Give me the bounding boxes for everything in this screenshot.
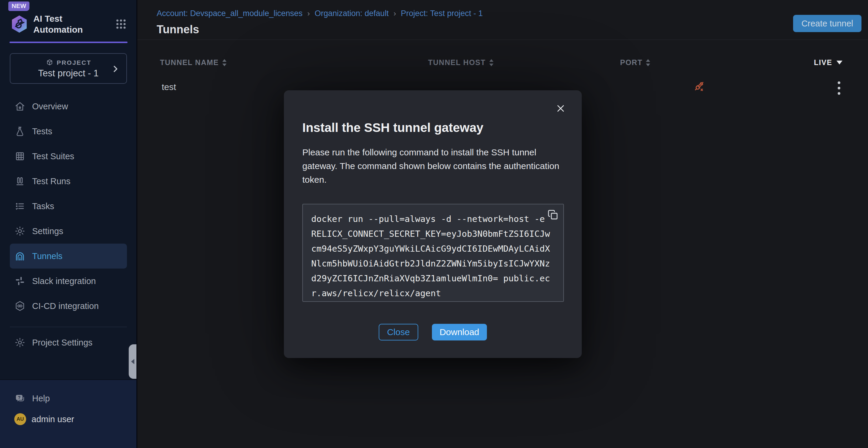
sidebar-item-slack-integration[interactable]: Slack integration <box>10 268 127 293</box>
modal-actions: Close Download <box>284 324 582 341</box>
sidebar-item-help[interactable]: ? Help <box>10 388 127 409</box>
copy-icon[interactable] <box>547 209 559 221</box>
help-icon: ? <box>14 393 26 404</box>
brand-underline <box>9 41 127 43</box>
breadcrumb-separator: › <box>394 9 396 18</box>
command-line: RELICX_CONNECT_SECRET_KEY=eyJob3N0bmFtZS… <box>311 226 555 241</box>
app-screen: NEW AI Test Automation <box>0 0 868 448</box>
install-ssh-gateway-modal: Install the SSH tunnel gateway Please ru… <box>284 90 582 358</box>
project-name: Test project - 1 <box>10 68 126 79</box>
command-line: Nlcm5hbWUiOiAidGtrb2JldnZ2ZWNiYm5ibyIsIC… <box>311 256 555 271</box>
download-button[interactable]: Download <box>432 324 487 341</box>
gear-icon <box>14 337 26 348</box>
column-header-tunnel-name[interactable]: TUNNEL NAME <box>160 58 226 67</box>
sidebar-collapse-handle[interactable] <box>129 344 136 379</box>
row-actions-menu[interactable] <box>832 79 845 97</box>
project-label: PROJECT <box>57 59 92 66</box>
sidebar-item-overview[interactable]: Overview <box>10 94 127 119</box>
sidebar-item-test-runs[interactable]: Test Runs <box>10 169 127 194</box>
app-logo-icon <box>11 15 28 33</box>
user-menu[interactable]: AU admin user <box>14 413 127 425</box>
apps-grid-icon[interactable] <box>114 17 128 31</box>
sort-icons <box>489 59 493 66</box>
breadcrumb-separator: › <box>307 9 310 18</box>
new-badge: NEW <box>8 1 29 11</box>
avatar: AU <box>14 413 26 425</box>
column-header-live[interactable]: LIVE <box>814 58 842 67</box>
breadcrumb: Account: Devspace_all_module_licenses › … <box>157 9 483 18</box>
sidebar: NEW AI Test Automation <box>0 0 137 448</box>
sort-icons <box>646 59 650 66</box>
user-name: admin user <box>32 414 74 424</box>
page-title: Tunnels <box>157 23 199 36</box>
modal-description: Please run the following command to inst… <box>302 146 564 187</box>
sidebar-item-project-settings[interactable]: Project Settings <box>10 330 127 355</box>
page-header: Account: Devspace_all_module_licenses › … <box>137 0 868 40</box>
sidebar-footer: ? Help AU admin user <box>0 379 136 448</box>
column-header-tunnel-host[interactable]: TUNNEL HOST <box>428 58 493 67</box>
grid-icon <box>14 151 26 162</box>
sidebar-item-tunnels[interactable]: Tunnels <box>10 244 127 268</box>
sidebar-nav-secondary: Project Settings <box>0 330 136 355</box>
modal-close-button[interactable]: Close <box>379 324 418 341</box>
command-line: docker run --pull=always -d --network=ho… <box>311 212 555 226</box>
home-icon <box>14 101 26 112</box>
slack-icon <box>14 276 26 287</box>
sidebar-item-tasks[interactable]: Tasks <box>10 194 127 219</box>
sort-icons <box>222 59 226 66</box>
task-list-icon <box>14 200 26 212</box>
chevron-right-icon <box>111 64 120 73</box>
close-icon[interactable] <box>555 103 566 114</box>
sidebar-item-settings[interactable]: Settings <box>10 219 127 244</box>
flask-icon <box>14 126 26 137</box>
create-tunnel-button[interactable]: Create tunnel <box>793 15 862 32</box>
sidebar-item-tests[interactable]: Tests <box>10 119 127 144</box>
gear-icon <box>14 225 26 237</box>
breadcrumb-organization-link[interactable]: Organization: default <box>314 9 389 18</box>
tunnel-icon <box>14 250 26 262</box>
column-header-port[interactable]: PORT <box>620 58 650 67</box>
command-line: d29yZCI6ICJnZnRiaXVqb3Z1amlueWlmIn0= pub… <box>311 271 555 286</box>
table-header: TUNNEL NAME TUNNEL HOST PORT LIVE <box>137 40 868 75</box>
collapse-arrow-icon <box>131 359 134 364</box>
app-title: AI Test Automation <box>33 13 90 35</box>
command-line: cm94eS5yZWxpY3guYWkiLCAicG9ydCI6IDEwMDAy… <box>311 241 555 256</box>
svg-text:?: ? <box>18 395 21 400</box>
breadcrumb-account-link[interactable]: Account: Devspace_all_module_licenses <box>157 9 303 18</box>
sidebar-divider <box>10 327 127 327</box>
sort-desc-icon <box>836 61 842 64</box>
command-code-block: docker run --pull=always -d --network=ho… <box>302 204 564 302</box>
project-selector[interactable]: PROJECT Test project - 1 <box>10 53 127 84</box>
command-line: r.aws/relicx/relicx/agent <box>311 286 555 301</box>
sidebar-item-cicd-integration[interactable]: CI-CD integration <box>10 293 127 318</box>
breadcrumb-project-link[interactable]: Project: Test project - 1 <box>401 9 483 18</box>
tunnel-name-cell: test <box>162 82 176 92</box>
main-content: Account: Devspace_all_module_licenses › … <box>137 0 868 448</box>
test-tubes-icon <box>14 175 26 187</box>
modal-title: Install the SSH tunnel gateway <box>302 121 483 135</box>
live-disconnected-icon <box>692 79 706 94</box>
cube-icon <box>45 59 54 67</box>
sidebar-item-test-suites[interactable]: Test Suites <box>10 144 127 169</box>
sidebar-nav: Overview Tests Test Suites Test Runs Tas… <box>0 94 136 318</box>
cicd-icon <box>14 300 26 312</box>
